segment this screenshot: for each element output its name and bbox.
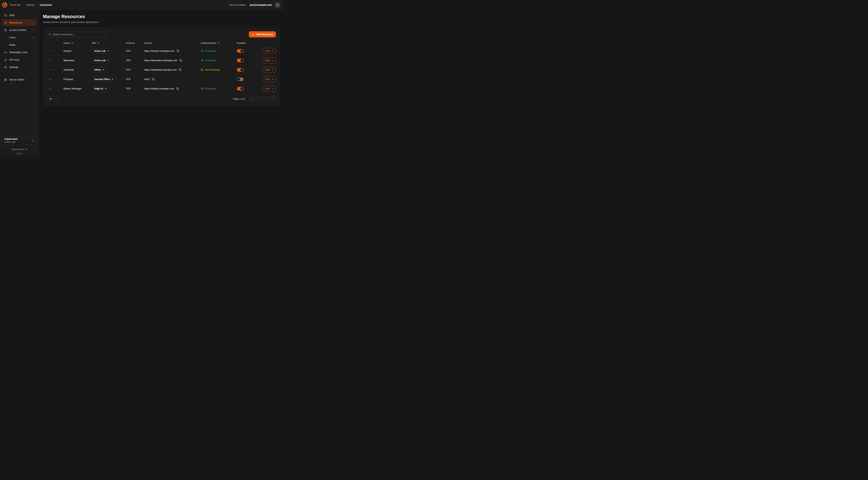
sidebar-item-label: Users [9,36,16,39]
site-label: Home Lab [94,50,106,52]
sidebar-item-roles[interactable]: Roles [2,41,36,48]
last-page-button[interactable] [271,96,276,101]
site-cell: Second Office [92,77,126,82]
organization-select[interactable]: Organization Home Lab [2,136,37,145]
add-resource-button[interactable]: Add Resource [249,31,276,37]
edit-button[interactable]: Edit [263,67,276,73]
auth-status: Protected [201,50,216,52]
row-actions-cell [47,49,63,53]
edit-label: Edit [265,59,270,62]
edit-label: Edit [265,50,270,52]
sidebar-item-label: API Keys [9,58,20,61]
edit-button[interactable]: Edit [263,77,276,82]
protocol: TCP [126,59,131,62]
site-link[interactable]: Home Lab [92,58,112,63]
breadcrumb-org[interactable]: home-lab [10,3,21,6]
site-label: Home Lab [94,59,106,62]
row-menu-button[interactable] [48,77,53,82]
sidebar-divider [2,73,36,73]
resource-name-cell: Immich [63,50,92,52]
sidebar-item-label: Settings [9,66,19,69]
arrow-right-icon [271,78,273,81]
enabled-toggle[interactable] [237,59,244,62]
edit-cell: Edit [262,77,276,82]
sidebar-item-api-keys[interactable]: API Keys [2,56,36,63]
enabled-toggle[interactable] [237,49,244,53]
enabled-cell [237,49,262,53]
column-site[interactable]: Site [92,41,126,44]
column-label: Access [144,41,152,44]
search-input[interactable] [47,31,106,37]
sidebar-item-server-admin[interactable]: Server Admin [2,76,36,83]
arrow-right-icon [271,59,273,62]
column-access: Access [144,41,201,44]
resource-name-cell: Bitwarden [63,59,92,62]
column-authentication[interactable]: Authentication [201,41,237,44]
page-size-select[interactable]: 20 [47,96,58,101]
chevrons-up-down-icon [32,139,34,142]
enabled-toggle[interactable] [237,87,244,90]
sidebar-item-resources[interactable]: Resources [2,19,36,26]
resource-name-cell: Postgres [63,78,92,81]
enabled-toggle[interactable] [237,78,244,81]
auth-label: Protected [205,87,216,90]
resources-card: Add Resource Name Site [43,28,280,106]
table-header: Name Site Protocol Access [47,41,276,46]
next-page-icon [265,97,268,100]
users-icon [4,29,7,32]
site-link[interactable]: Edge 01 [92,86,109,91]
avatar[interactable]: J [275,2,280,8]
row-menu-button[interactable] [48,49,53,53]
shield-off-icon [201,68,204,71]
column-name[interactable]: Name [63,41,92,44]
copy-button[interactable] [176,87,180,90]
open-source-link[interactable]: Open Source [11,148,28,151]
open-source-label: Open Source [11,148,24,151]
copy-button[interactable] [151,77,155,81]
auth-status: - [201,78,202,81]
site-link[interactable]: Home Lab [92,48,112,54]
site-link[interactable]: Office [92,67,107,72]
row-menu-button[interactable] [48,87,53,91]
search-icon [49,33,51,36]
row-menu-button[interactable] [48,58,53,63]
first-page-button[interactable] [250,96,255,101]
site-link[interactable]: Second Office [92,77,116,82]
breadcrumb-settings[interactable]: settings [26,3,34,6]
copy-icon [179,68,182,71]
edit-button[interactable]: Edit [263,86,276,92]
site-label: Second Office [94,78,110,81]
copy-icon [177,50,179,52]
edit-label: Edit [265,87,270,90]
sidebar-item-settings[interactable]: Settings [2,64,36,70]
page-subtitle: Create secure proxies to your private ap… [43,21,280,24]
copy-button[interactable] [176,49,180,53]
next-page-button[interactable] [264,96,269,101]
breadcrumb-current: resources [40,3,52,6]
table-row: Battery Manager Edge 01 TCP https://batt… [47,84,276,93]
row-menu-button[interactable] [48,68,53,72]
copy-button[interactable] [178,68,182,72]
page-title: Manage Resources [43,14,280,19]
documentation-link[interactable]: Documentation [229,3,246,6]
sidebar-item-access-control[interactable]: Access Control [2,27,36,33]
sidebar-item-label: Access Control [9,29,26,31]
sidebar-item-users[interactable]: Users [2,34,36,41]
ellipsis-icon [49,87,52,90]
sidebar-item-shareable-links[interactable]: Shareable Links [2,49,36,56]
user-email[interactable]: joe@example.com [250,3,272,6]
edit-button[interactable]: Edit [263,58,276,63]
enabled-toggle[interactable] [237,68,244,72]
arrow-up-right-icon [107,59,109,62]
copy-button[interactable] [179,58,183,62]
protocol: TCP [126,68,131,71]
auth-cell: Protected [201,59,237,62]
organization-value: Home Lab [4,141,18,144]
table-row: Postgres Second Office TCP 5432 - [47,74,276,84]
access-cell: https://immich.example.com [144,49,201,53]
edit-button[interactable]: Edit [263,48,276,54]
arrow-right-icon [271,87,273,90]
sidebar-item-sites[interactable]: Sites [2,12,36,19]
table-row: Immich Home Lab TCP https://immich.examp… [47,46,276,56]
prev-page-button[interactable] [257,96,262,101]
